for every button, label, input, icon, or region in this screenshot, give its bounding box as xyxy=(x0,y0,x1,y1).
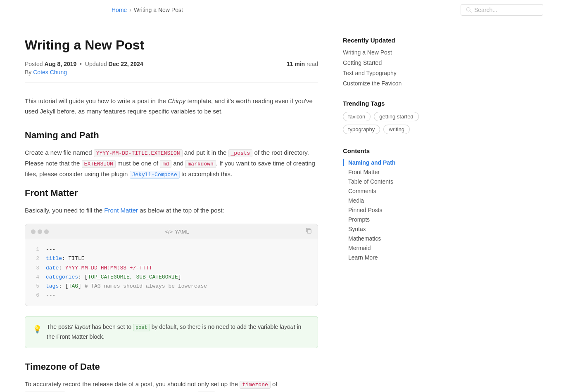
contents-link-naming[interactable]: Naming and Path xyxy=(348,159,395,166)
timezone-code: timezone xyxy=(240,381,270,389)
code-header: </> YAML xyxy=(25,224,318,239)
contents-item-comments[interactable]: Comments xyxy=(343,188,450,194)
search-box[interactable]: Search... xyxy=(461,4,543,16)
line-code: title: TITLE xyxy=(46,254,85,263)
trending-tags-title: Trending Tags xyxy=(343,100,450,107)
code-line-5: 5 tags: [TAG] # TAG names should always … xyxy=(33,282,310,291)
tag-favicon[interactable]: favicon xyxy=(343,112,371,121)
list-item: Customize the Favicon xyxy=(343,80,450,87)
contents-link-learn-more[interactable]: Learn More xyxy=(348,254,378,261)
author-line: By Cotes Chung xyxy=(25,69,143,76)
sidebar: Recently Updated Writing a New Post Gett… xyxy=(335,20,450,392)
copy-button[interactable] xyxy=(305,227,312,236)
contents-item-prompts[interactable]: Prompts xyxy=(343,216,450,223)
recently-updated-title: Recently Updated xyxy=(343,37,450,44)
post-meta: Posted Aug 8, 2019 • Updated Dec 22, 202… xyxy=(25,61,318,83)
tip-box: 💡 The posts' layout has been set to post… xyxy=(25,316,318,348)
line-num: 6 xyxy=(33,291,39,300)
posted-label: Posted xyxy=(25,61,43,67)
recently-updated-section: Recently Updated Writing a New Post Gett… xyxy=(343,37,450,87)
contents-link-front-matter[interactable]: Front Matter xyxy=(348,169,380,175)
contents-item-syntax[interactable]: Syntax xyxy=(343,226,450,232)
front-matter-heading: Front Matter xyxy=(25,188,318,198)
list-item: Text and Typography xyxy=(343,69,450,76)
contents-link-pinned[interactable]: Pinned Posts xyxy=(348,207,383,213)
code-dots xyxy=(31,229,49,234)
code-line-2: 2 title: TITLE xyxy=(33,254,310,263)
read-time-value: 11 min xyxy=(287,61,305,67)
contents-item-toc[interactable]: Table of Contents xyxy=(343,178,450,185)
author-link[interactable]: Cotes Chung xyxy=(33,69,67,76)
recent-link-4[interactable]: Customize the Favicon xyxy=(343,80,402,87)
search-icon xyxy=(466,7,472,13)
contents-link-mathematics[interactable]: Mathematics xyxy=(348,235,381,242)
contents-link-comments[interactable]: Comments xyxy=(348,188,376,194)
trending-tags-section: Trending Tags favicon getting started ty… xyxy=(343,100,450,134)
contents-item-learn-more[interactable]: Learn More xyxy=(343,254,450,261)
front-matter-link[interactable]: Front Matter xyxy=(104,207,138,214)
jekyll-compose-link[interactable]: Jekyll-Compose xyxy=(130,171,180,179)
yaml-code-block: </> YAML 1 --- 2 title: TITLE 3 d xyxy=(25,224,318,306)
contents-item-pinned[interactable]: Pinned Posts xyxy=(343,207,450,213)
intro-paragraph: This tutorial will guide you how to writ… xyxy=(25,96,318,117)
line-num: 1 xyxy=(33,245,39,254)
contents-item-media[interactable]: Media xyxy=(343,197,450,204)
recent-link-3[interactable]: Text and Typography xyxy=(343,70,397,76)
tag-getting-started[interactable]: getting started xyxy=(374,112,418,121)
code-line-6: 6 --- xyxy=(33,291,310,300)
breadcrumb-current: Writing a New Post xyxy=(134,7,183,13)
tip-text: The posts' layout has been set to post b… xyxy=(47,322,310,342)
dot-yellow xyxy=(38,229,42,234)
tag-typography[interactable]: typography xyxy=(343,125,380,134)
contents-title: Contents xyxy=(343,147,450,154)
list-item: Getting Started xyxy=(343,59,450,66)
code-body: 1 --- 2 title: TITLE 3 date: YYYY-MM-DD … xyxy=(25,239,318,306)
main-content: Writing a New Post Posted Aug 8, 2019 • … xyxy=(25,20,335,392)
top-bar: Home › Writing a New Post Search... xyxy=(0,0,568,20)
filename-code: YYYY-MM-DD-TITLE.EXTENSION xyxy=(94,149,183,157)
contents-link-media[interactable]: Media xyxy=(348,197,364,204)
contents-link-toc[interactable]: Table of Contents xyxy=(348,178,393,185)
naming-path-text: Create a new file named YYYY-MM-DD-TITLE… xyxy=(25,147,318,179)
updated-date: Dec 22, 2024 xyxy=(109,61,143,67)
recent-link-1[interactable]: Writing a New Post xyxy=(343,49,392,56)
naming-path-heading: Naming and Path xyxy=(25,130,318,141)
markdown-code: markdown xyxy=(185,160,216,168)
contents-item-mermaid[interactable]: Mermaid xyxy=(343,245,450,251)
search-placeholder: Search... xyxy=(474,7,497,13)
line-code: categories: [TOP_CATEGORIE, SUB_CATEGORI… xyxy=(46,273,181,282)
posted-date: Aug 8, 2019 xyxy=(44,61,76,67)
line-num: 3 xyxy=(33,264,39,273)
lang-label: YAML xyxy=(175,229,189,235)
layout-italic-1: layout xyxy=(75,324,90,330)
front-matter-intro: Basically, you need to fill the Front Ma… xyxy=(25,205,318,216)
line-code: date: YYYY-MM-DD HH:MM:SS +/-TTTT xyxy=(46,264,152,273)
contents-item-mathematics[interactable]: Mathematics xyxy=(343,235,450,242)
post-code: post xyxy=(133,324,150,331)
by-label: By xyxy=(25,69,31,76)
lang-icon: </> xyxy=(165,229,173,235)
contents-item-front-matter[interactable]: Front Matter xyxy=(343,169,450,175)
svg-rect-2 xyxy=(307,229,311,233)
code-line-3: 3 date: YYYY-MM-DD HH:MM:SS +/-TTTT xyxy=(33,264,310,273)
recently-updated-list: Writing a New Post Getting Started Text … xyxy=(343,49,450,87)
line-code: tags: [TAG] # TAG names should always be… xyxy=(46,282,207,291)
recent-link-2[interactable]: Getting Started xyxy=(343,59,382,66)
tags-container: favicon getting started typography writi… xyxy=(343,112,450,134)
meta-dates: Posted Aug 8, 2019 • Updated Dec 22, 202… xyxy=(25,61,143,67)
breadcrumb-home[interactable]: Home xyxy=(112,7,127,13)
contents-link-mermaid[interactable]: Mermaid xyxy=(348,245,371,251)
layout-italic-2: layout xyxy=(280,324,295,330)
contents-link-syntax[interactable]: Syntax xyxy=(348,226,366,232)
breadcrumb: Home › Writing a New Post xyxy=(112,7,183,13)
list-item: Writing a New Post xyxy=(343,49,450,56)
code-lang: </> YAML xyxy=(165,229,189,235)
contents-list: Naming and Path Front Matter Table of Co… xyxy=(343,159,450,261)
contents-link-prompts[interactable]: Prompts xyxy=(348,216,370,223)
line-code: --- xyxy=(46,245,55,254)
line-num: 2 xyxy=(33,254,39,263)
contents-item-naming[interactable]: Naming and Path xyxy=(343,159,450,166)
tag-writing[interactable]: writing xyxy=(383,125,410,134)
read-time: 11 min read xyxy=(287,61,318,67)
line-num: 5 xyxy=(33,282,39,291)
